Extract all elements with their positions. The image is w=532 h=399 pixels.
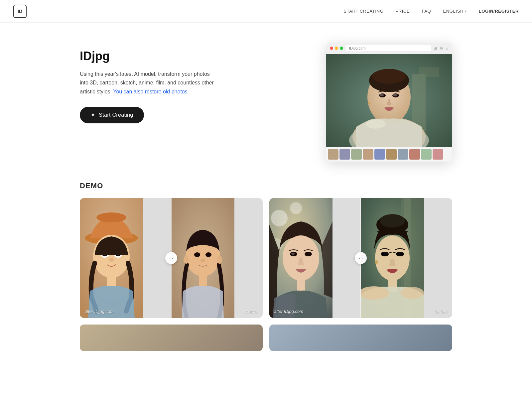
thumbnail-item[interactable] xyxy=(328,149,338,160)
search-icon: ⌕ xyxy=(446,46,448,51)
svg-rect-32 xyxy=(199,275,207,286)
svg-point-36 xyxy=(271,210,288,226)
logo-id-text: ID xyxy=(18,9,22,14)
hero-title: IDjpg xyxy=(80,49,219,63)
maximize-window-icon xyxy=(340,47,343,50)
svg-point-25 xyxy=(109,258,114,262)
hero-portrait-image xyxy=(326,54,452,147)
hero-text-block: IDjpg Using this year's latest AI model,… xyxy=(80,43,219,123)
nav-price[interactable]: PRICE xyxy=(395,9,410,14)
nav-language-label: ENGLISH xyxy=(443,9,464,14)
thumbnail-item[interactable] xyxy=(351,149,362,160)
settings-icon: ⚙ xyxy=(440,46,443,51)
hero-image-area: IDjpg.com ⊞ ⚙ ⌕ xyxy=(326,43,452,162)
thumbnail-strip xyxy=(326,147,452,162)
browser-toolbar: IDjpg.com ⊞ ⚙ ⌕ xyxy=(326,43,452,54)
svg-point-14 xyxy=(366,119,386,129)
demo-1-before-label: before xyxy=(246,309,258,314)
svg-point-50 xyxy=(381,252,389,256)
main-content: IDjpg Using this year's latest AI model,… xyxy=(53,23,479,364)
chevron-right-icon: › xyxy=(361,256,362,261)
close-window-icon xyxy=(330,47,333,50)
svg-point-55 xyxy=(401,287,424,299)
demo-1-after-label: after IDjpg.com xyxy=(84,309,114,314)
thumbnail-item[interactable] xyxy=(421,149,432,160)
demo-section: DEMO xyxy=(80,182,452,351)
header: ID START CREATING PRICE FAQ ENGLISH ▾ LO… xyxy=(0,0,532,23)
logo-area: ID xyxy=(13,5,27,18)
svg-point-49 xyxy=(375,235,410,281)
start-creating-button[interactable]: ✦ Start Creating xyxy=(80,107,144,123)
svg-point-41 xyxy=(305,252,312,256)
demo-1-slider-button[interactable]: ‹ › xyxy=(165,252,177,264)
demo-card-3-partial xyxy=(80,325,263,351)
demo-1-after-svg xyxy=(80,198,143,318)
nav-start-creating[interactable]: START CREATING xyxy=(343,9,383,14)
svg-point-48 xyxy=(380,214,405,227)
demo-card-2: after IDjpg.com xyxy=(269,198,452,318)
thumbnail-item[interactable] xyxy=(363,149,373,160)
demo-title: DEMO xyxy=(80,182,452,190)
svg-point-12 xyxy=(393,94,397,96)
demo-grid: after IDjpg.com xyxy=(80,198,452,318)
thumbnail-item[interactable] xyxy=(398,149,408,160)
svg-point-42 xyxy=(291,253,295,255)
demo-2-before-label: before xyxy=(435,309,448,314)
browser-window-controls xyxy=(330,47,343,50)
chevron-left-icon: ‹ xyxy=(359,256,360,261)
svg-point-17 xyxy=(96,212,126,222)
minimize-window-icon xyxy=(335,47,338,50)
demo-card-1: after IDjpg.com xyxy=(80,198,263,318)
demo-card-1-after: after IDjpg.com xyxy=(80,198,171,318)
nav-language[interactable]: ENGLISH ▾ xyxy=(443,9,466,14)
sparkle-icon: ✦ xyxy=(90,111,95,119)
nav-login-register[interactable]: LOGIN/REGISTER xyxy=(479,9,519,14)
demo-card-1-before: before xyxy=(171,198,263,318)
svg-rect-26 xyxy=(107,276,116,286)
browser-mockup: IDjpg.com ⊞ ⚙ ⌕ xyxy=(326,43,452,162)
thumbnail-item[interactable] xyxy=(386,149,397,160)
demo-2-before-svg xyxy=(361,198,424,318)
demo-card-2-after: after IDjpg.com xyxy=(269,198,361,318)
svg-point-33 xyxy=(184,256,189,264)
svg-point-31 xyxy=(200,259,205,262)
demo-2-after-svg xyxy=(269,198,332,318)
svg-point-13 xyxy=(368,102,370,104)
hero-description: Using this year's latest AI model, trans… xyxy=(80,70,219,96)
svg-point-11 xyxy=(380,94,384,96)
hero-section: IDjpg Using this year's latest AI model,… xyxy=(80,43,452,162)
thumbnail-item[interactable] xyxy=(409,149,420,160)
demo-card-1-inner: after IDjpg.com xyxy=(80,198,263,318)
browser-nav-controls: ⊞ ⚙ ⌕ xyxy=(434,46,448,51)
svg-point-34 xyxy=(217,256,222,264)
browser-content xyxy=(326,54,452,162)
portrait-svg xyxy=(326,54,452,147)
svg-point-30 xyxy=(205,252,211,257)
svg-rect-3 xyxy=(419,67,439,77)
demo-card-2-inner: after IDjpg.com xyxy=(269,198,452,318)
demo-card-4-partial xyxy=(269,325,452,351)
browser-url-bar[interactable]: IDjpg.com xyxy=(346,45,431,51)
demo-2-after-label: after IDjpg.com xyxy=(274,309,303,314)
restore-photos-link[interactable]: You can also restore old photos xyxy=(113,89,188,94)
svg-point-29 xyxy=(194,252,200,257)
grid-icon: ⊞ xyxy=(434,46,437,51)
chevron-down-icon: ▾ xyxy=(465,9,467,13)
thumbnail-item[interactable] xyxy=(374,149,385,160)
thumbnail-item[interactable] xyxy=(339,149,350,160)
demo-grid-bottom xyxy=(80,325,452,351)
svg-rect-43 xyxy=(297,280,305,292)
nav-faq[interactable]: FAQ xyxy=(422,9,431,14)
thumbnail-item[interactable] xyxy=(433,149,443,160)
logo-icon: ID xyxy=(13,5,27,18)
demo-2-slider-button[interactable]: ‹ › xyxy=(355,252,367,264)
demo-1-before-svg xyxy=(171,198,234,318)
svg-point-8 xyxy=(372,69,406,84)
demo-card-2-before: before xyxy=(361,198,452,318)
svg-point-37 xyxy=(290,202,302,214)
svg-point-52 xyxy=(375,260,378,264)
svg-point-51 xyxy=(396,252,404,256)
start-creating-label: Start Creating xyxy=(99,112,133,118)
chevron-right-icon: › xyxy=(172,256,173,261)
chevron-left-icon: ‹ xyxy=(170,256,171,261)
